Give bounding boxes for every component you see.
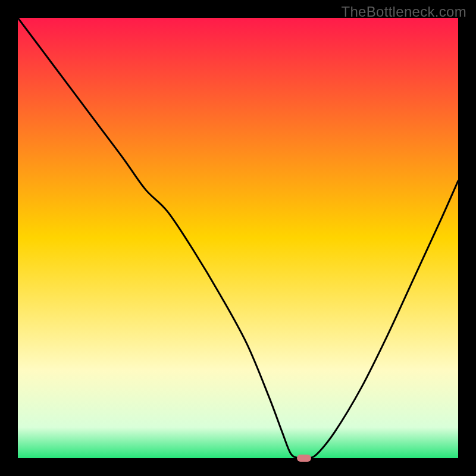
- chart-frame: TheBottleneck.com: [0, 0, 476, 476]
- optimum-marker: [297, 455, 311, 462]
- bottleneck-curve: [18, 18, 458, 458]
- plot-area: [18, 18, 458, 458]
